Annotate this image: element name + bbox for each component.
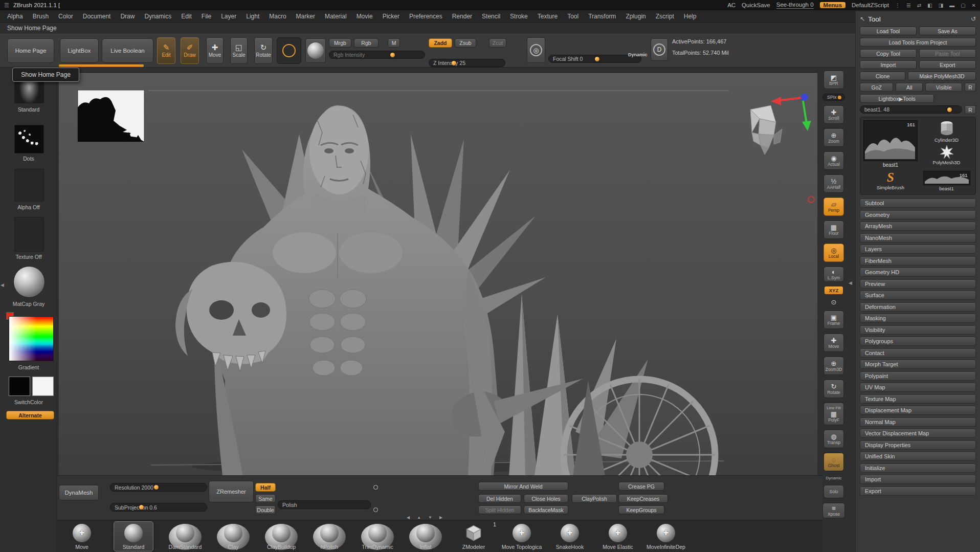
rotate-canvas-button[interactable]: ↻Rotate	[823, 380, 844, 398]
color-picker-gradient[interactable]	[9, 316, 54, 361]
tool-section-header[interactable]: FiberMesh	[860, 256, 976, 266]
keepgroups-button[interactable]: KeepGroups	[618, 505, 664, 514]
menu-item[interactable]: Help	[684, 13, 697, 20]
menu-item[interactable]: Tool	[567, 13, 578, 20]
tool-section-header[interactable]: ArrayMesh	[860, 222, 976, 231]
solo-button[interactable]: Solo	[823, 485, 844, 498]
simplebrush-slot[interactable]: S SimpleBrush	[863, 171, 918, 191]
brush-item[interactable]: Standard	[114, 521, 153, 551]
persp-button[interactable]: ▱Persp	[823, 197, 844, 216]
zoom-button[interactable]: ⊕Zoom	[823, 128, 844, 147]
tool-section-header[interactable]: Morph Target	[860, 360, 976, 369]
menu-item[interactable]: Color	[58, 13, 73, 20]
menu-item[interactable]: Alpha	[7, 13, 23, 20]
brush-item[interactable]: Move Elastic	[602, 524, 634, 550]
rotate-mode-button[interactable]: ↻ Rotate	[254, 37, 273, 64]
zcut-button[interactable]: Zcut	[489, 38, 506, 48]
move-mode-button[interactable]: ✚ Move	[206, 37, 224, 64]
crease-pg-button[interactable]: Crease PG	[618, 482, 664, 491]
menu-item[interactable]: Zscript	[656, 13, 674, 20]
tool-section-header[interactable]: Geometry HD	[860, 268, 976, 277]
draw-mode-button[interactable]: ✐ Draw	[181, 37, 199, 64]
undock-arrow-icon[interactable]: ↖	[860, 15, 865, 23]
swap-panels-icon[interactable]: ⇄	[917, 3, 921, 8]
active-tool-slot[interactable]: 161 beast1	[863, 120, 918, 168]
lightbox-tools-button[interactable]: Lightbox▶Tools	[860, 94, 934, 103]
menu-item[interactable]: Stroke	[510, 13, 528, 20]
load-tool-button[interactable]: Load Tool	[860, 27, 917, 35]
bars-icon[interactable]: ☰	[906, 3, 911, 8]
tool-section-header[interactable]: Export	[860, 487, 976, 496]
tool-section-header[interactable]: Deformation	[860, 302, 976, 312]
paste-tool-button[interactable]: Paste Tool	[919, 49, 976, 58]
menu-item[interactable]: Dynamics	[144, 13, 171, 20]
active-tool-slider[interactable]: beast1. 48	[860, 105, 962, 114]
tool-section-header[interactable]: Geometry	[860, 210, 976, 219]
menu-item[interactable]: Picker	[383, 13, 399, 20]
slider-knob[interactable]	[390, 53, 395, 57]
polish-toggle[interactable]	[373, 485, 378, 490]
subprojection-slider[interactable]: SubProjection 0.6	[110, 503, 207, 512]
cylinder3d-slot[interactable]: Cylinder3D	[921, 120, 972, 143]
polish-slider[interactable]: Polish	[278, 500, 371, 509]
rgb-button[interactable]: Rgb	[354, 38, 378, 48]
slider-knob[interactable]	[595, 57, 599, 61]
tool-section-header[interactable]: Polygroups	[860, 337, 976, 346]
mirror-and-weld-button[interactable]: Mirror And Weld	[478, 482, 568, 491]
tray-resize-handle[interactable]	[59, 64, 144, 67]
polyframe-button[interactable]: Line Fill▦PolyF	[823, 403, 844, 425]
tool-section-header[interactable]: Normal Map	[860, 417, 976, 427]
load-tools-from-project-button[interactable]: Load Tools From Project	[860, 38, 976, 47]
menu-item[interactable]: Macro	[269, 13, 286, 20]
sliders-icon[interactable]: ⋮	[895, 3, 900, 8]
lightbox-button[interactable]: LightBox	[60, 38, 99, 63]
brush-item[interactable]: Inflat	[409, 524, 442, 550]
menu-item[interactable]: Document	[83, 13, 111, 20]
bpr-button[interactable]: ◩BPR	[823, 71, 844, 89]
close-button[interactable]: ✕	[972, 3, 976, 8]
copy-tool-button[interactable]: Copy Tool	[860, 49, 917, 58]
document-canvas[interactable]	[59, 73, 817, 475]
default-zscript-button[interactable]: DefaultZScript	[852, 2, 889, 8]
current-material-thumbnail[interactable]	[13, 266, 45, 298]
tool-r-button[interactable]: R	[965, 105, 976, 114]
scale-mode-button[interactable]: ◱ Scale	[230, 37, 248, 64]
claypolish-button[interactable]: ClayPolish	[572, 494, 617, 503]
polymesh3d-slot[interactable]: PolyMesh3D	[921, 145, 972, 165]
menu-item[interactable]: Light	[246, 13, 259, 20]
slider-knob[interactable]	[838, 96, 841, 99]
brush-item[interactable]: DamStandard	[169, 524, 202, 550]
scroll-right-icon[interactable]: ▶	[439, 515, 442, 520]
menu-item[interactable]: Layer	[221, 13, 236, 20]
alternate-button[interactable]: Alternate	[6, 411, 54, 419]
see-through-slider[interactable]: See-through 0	[776, 2, 814, 9]
current-material-button[interactable]	[305, 38, 326, 63]
brush-item[interactable]: Clay	[217, 524, 250, 550]
menu-item[interactable]: File	[202, 13, 211, 20]
home-page-button[interactable]: Home Page	[7, 38, 54, 63]
split-hidden-button[interactable]: Split Hidden	[478, 505, 521, 514]
menu-item[interactable]: Preferences	[409, 13, 442, 20]
menus-button[interactable]: Menus	[820, 2, 845, 8]
m-button[interactable]: M	[388, 38, 400, 48]
brush-item[interactable]: SnakeHook	[553, 524, 586, 550]
panel-left-icon[interactable]: ◧	[927, 3, 932, 8]
brush-item[interactable]: TrimDynamic	[361, 524, 394, 550]
export-button[interactable]: Export	[919, 60, 976, 69]
z-intensity-slider[interactable]: Z Intensity 25	[429, 59, 505, 67]
zoom3d-button[interactable]: ⊕Zoom3D	[823, 357, 844, 375]
import-button[interactable]: Import	[860, 60, 917, 69]
menu-item[interactable]: Marker	[296, 13, 315, 20]
transp-button[interactable]: ◍Transp	[823, 430, 844, 448]
clone-button[interactable]: Clone	[860, 72, 905, 80]
focal-shift-slider[interactable]: Focal Shift 0	[548, 55, 641, 63]
make-polymesh3d-button[interactable]: Make PolyMesh3D	[908, 72, 976, 80]
tool-section-header[interactable]: Initialize	[860, 463, 976, 473]
menu-item[interactable]: Render	[452, 13, 472, 20]
goz-button[interactable]: GoZ	[860, 83, 893, 92]
tool-section-header[interactable]: Display Properties	[860, 440, 976, 450]
app-icon[interactable]: ☰	[4, 2, 9, 9]
current-alpha-thumbnail[interactable]	[14, 169, 44, 202]
goz-visible-button[interactable]: Visible	[925, 83, 962, 92]
backfacemask-button[interactable]: BackfaceMask	[524, 505, 568, 514]
